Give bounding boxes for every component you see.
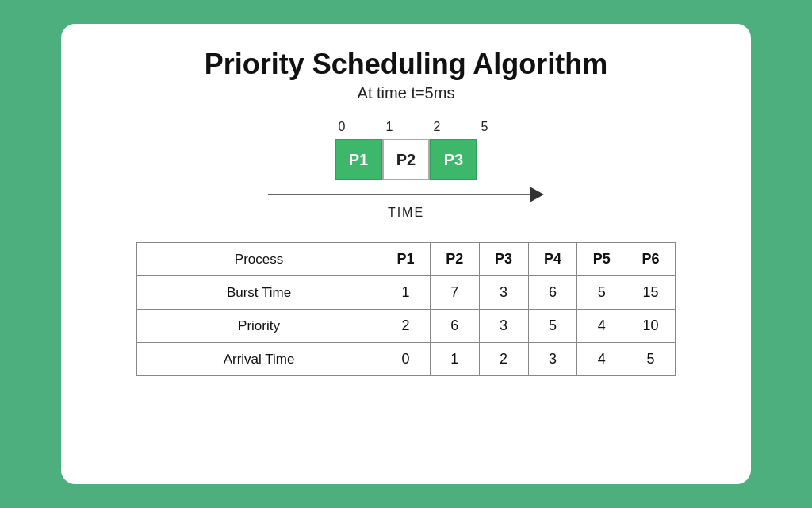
table-header-col-p2: P2 [430, 243, 479, 276]
time-label: TIME [388, 206, 424, 220]
table-cell: 4 [577, 310, 626, 343]
table-row: Priority2635410 [137, 310, 676, 343]
table-cell: 6 [430, 310, 479, 343]
row-header-arrival-time: Arrival Time [137, 343, 381, 376]
table-cell: 2 [479, 343, 528, 376]
arrow-right-icon [530, 187, 544, 202]
gantt-section: 0125 P1P2P3 TIME [101, 120, 711, 220]
table-cell: 3 [528, 343, 577, 376]
tick-label: 5 [478, 120, 491, 134]
table-cell: 4 [577, 343, 626, 376]
table-cell: 0 [381, 343, 431, 376]
row-header-priority: Priority [137, 310, 381, 343]
table-header-col-p6: P6 [626, 243, 676, 276]
table-cell: 2 [381, 310, 431, 343]
row-header-burst-time: Burst Time [137, 276, 381, 310]
table-cell: 1 [430, 343, 479, 376]
gantt-block-p2: P2 [382, 139, 430, 180]
table-cell: 5 [626, 343, 676, 376]
tick-label: 0 [335, 120, 348, 134]
table-cell: 3 [479, 276, 528, 310]
timeline-line [268, 194, 530, 195]
gantt-row: P1P2P3 [335, 139, 477, 180]
table-cell: 7 [430, 276, 479, 310]
gantt-block-p3: P3 [430, 139, 477, 180]
subtitle: At time t=5ms [358, 84, 455, 102]
tick-label: 1 [383, 120, 396, 134]
tick-label: 2 [431, 120, 443, 134]
table-cell: 1 [381, 276, 431, 310]
table-row: Arrival Time012345 [137, 343, 676, 376]
timeline-row [101, 187, 711, 202]
table-cell: 10 [626, 310, 676, 343]
table-header-process: Process [137, 243, 381, 276]
table-cell: 6 [528, 276, 577, 310]
table-cell: 5 [577, 276, 626, 310]
table-row: Burst Time1736515 [137, 276, 676, 310]
process-table: ProcessP1P2P3P4P5P6Burst Time1736515Prio… [136, 242, 676, 376]
table-header-col-p3: P3 [479, 243, 528, 276]
gantt-block-p1: P1 [335, 139, 382, 180]
page-title: Priority Scheduling Algorithm [205, 48, 608, 81]
table-cell: 15 [626, 276, 676, 310]
table-cell: 3 [479, 310, 528, 343]
table-header-col-p1: P1 [381, 243, 431, 276]
tick-labels: 0125 [341, 120, 484, 137]
main-card: Priority Scheduling Algorithm At time t=… [61, 24, 751, 484]
table-header-col-p4: P4 [528, 243, 577, 276]
table-cell: 5 [528, 310, 577, 343]
table-header-col-p5: P5 [577, 243, 626, 276]
